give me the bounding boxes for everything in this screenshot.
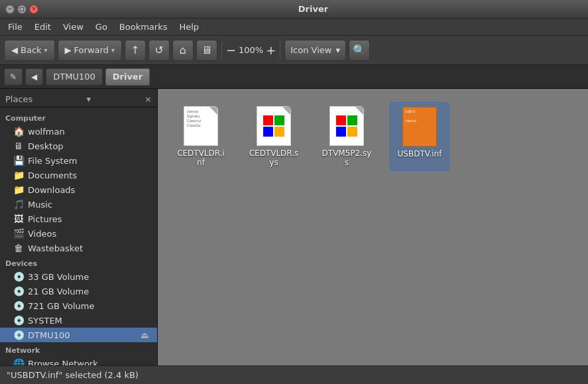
sidebar-item-music[interactable]: 🎵 Music: [0, 197, 157, 212]
cedtvldr-sys-icon: [254, 106, 294, 146]
sidebar-close-icon[interactable]: ×: [145, 94, 152, 104]
sidebar-toggle-icon[interactable]: ▾: [86, 94, 91, 104]
sidebar-item-documents-label: Documents: [28, 170, 77, 180]
file-dtvm5p2-sys[interactable]: DTVM5P2.sys: [317, 102, 377, 171]
home-button[interactable]: ⌂: [172, 40, 194, 61]
back-button[interactable]: ◀ Back ▾: [4, 40, 55, 61]
view-dropdown-icon: ▾: [335, 45, 340, 55]
sidebar-item-wastebasket[interactable]: 🗑 Wastebasket: [0, 241, 157, 255]
usbdtv-inf-icon: USB D[Versio: [400, 107, 440, 147]
desktop-icon: 🖥: [13, 141, 24, 151]
search-button[interactable]: 🔍: [349, 40, 370, 61]
sidebar-item-filesystem-label: File System: [28, 156, 77, 166]
path-bar: ✎ ◀ DTMU100 Driver: [0, 65, 588, 89]
sidebar-item-pictures-label: Pictures: [28, 214, 62, 224]
sidebar-item-wolfman[interactable]: 🏠 wolfman: [0, 124, 157, 139]
zoom-in-icon[interactable]: +: [266, 43, 276, 57]
sidebar-item-wastebasket-label: Wastebasket: [28, 243, 83, 253]
status-bar: "USBDTV.inf" selected (2.4 kB): [0, 365, 588, 384]
sidebar-item-videos-label: Videos: [28, 229, 56, 239]
forward-dropdown-icon[interactable]: ▾: [111, 46, 115, 54]
menu-bar: File Edit View Go Bookmarks Help: [0, 19, 588, 36]
view-selector[interactable]: Icon View ▾: [284, 40, 346, 61]
eject-button[interactable]: ⏏: [138, 330, 152, 340]
cedtvldr-sys-label: CEDTVLDR.sys: [248, 149, 300, 167]
menu-go[interactable]: Go: [90, 20, 113, 34]
menu-file[interactable]: File: [3, 20, 28, 34]
sidebar-item-system[interactable]: 💿 SYSTEM: [0, 313, 157, 328]
sidebar-item-documents[interactable]: 📁 Documents: [0, 168, 157, 182]
menu-help[interactable]: Help: [174, 20, 204, 34]
menu-bookmarks[interactable]: Bookmarks: [114, 20, 173, 34]
sidebar-item-desktop[interactable]: 🖥 Desktop: [0, 139, 157, 153]
sidebar-item-vol33[interactable]: 💿 33 GB Volume: [0, 269, 157, 284]
videos-icon: 🎬: [13, 228, 24, 239]
sidebar-item-wolfman-label: wolfman: [28, 127, 65, 137]
sidebar-item-vol721[interactable]: 💿 721 GB Volume: [0, 298, 157, 313]
sidebar-item-filesystem[interactable]: 💾 File System: [0, 153, 157, 168]
sidebar-item-browse-network-label: Browse Network: [28, 359, 98, 366]
back-dropdown-icon[interactable]: ▾: [44, 46, 48, 54]
window-title: Driver: [44, 4, 583, 14]
sidebar-item-vol721-label: 721 GB Volume: [28, 301, 94, 311]
sidebar-item-system-label: SYSTEM: [28, 316, 62, 326]
sidebar: Places ▾ × Computer 🏠 wolfman 🖥 Desktop …: [0, 89, 158, 365]
documents-icon: 📁: [13, 170, 24, 180]
refresh-button[interactable]: ↺: [148, 40, 170, 61]
menu-edit[interactable]: Edit: [29, 20, 56, 34]
dtmu100-icon: 💿: [13, 330, 24, 340]
forward-button[interactable]: ▶ Forward ▾: [58, 40, 122, 61]
window-controls: ─ □ ×: [5, 5, 38, 14]
back-arrow-left-icon: ◀: [11, 45, 18, 55]
file-cedtvldr-inf[interactable]: [VersioSignatuClass=UClassGu CEDTVLDR.in…: [171, 102, 231, 171]
dtvm5p2-sys-icon: [327, 106, 367, 146]
sidebar-item-dtmu100[interactable]: 💿 DTMU100 ⏏: [0, 328, 157, 342]
file-cedtvldr-sys[interactable]: CEDTVLDR.sys: [244, 102, 304, 171]
close-button[interactable]: ×: [29, 5, 38, 14]
sidebar-section-devices: Devices: [0, 255, 157, 269]
back-label: Back: [21, 45, 42, 55]
places-label: Places: [5, 94, 32, 104]
pictures-icon: 🖼: [13, 214, 24, 224]
minimize-button[interactable]: ─: [5, 5, 15, 14]
status-text: "USBDTV.inf" selected (2.4 kB): [7, 370, 139, 380]
path-prev-button[interactable]: ◀: [25, 68, 43, 86]
vol721-icon: 💿: [13, 300, 24, 311]
cedtvldr-inf-icon: [VersioSignatuClass=UClassGu: [181, 106, 221, 146]
sidebar-item-desktop-label: Desktop: [28, 141, 64, 151]
sidebar-item-vol21[interactable]: 💿 21 GB Volume: [0, 284, 157, 298]
forward-label: Forward: [74, 45, 109, 55]
sidebar-item-downloads-label: Downloads: [28, 185, 75, 195]
system-icon: 💿: [13, 315, 24, 326]
path-crumb-driver[interactable]: Driver: [105, 68, 150, 86]
sidebar-item-dtmu100-label: DTMU100: [28, 330, 70, 340]
file-area: [VersioSignatuClass=UClassGu CEDTVLDR.in…: [158, 89, 588, 365]
sidebar-item-music-label: Music: [28, 200, 52, 210]
downloads-icon: 📁: [13, 184, 24, 195]
music-icon: 🎵: [13, 199, 24, 210]
vol33-icon: 💿: [13, 271, 24, 282]
sidebar-item-videos[interactable]: 🎬 Videos: [0, 226, 157, 241]
home-icon: 🏠: [13, 126, 24, 137]
toolbar-separator: [221, 41, 222, 60]
zoom-level-label: 100%: [239, 45, 263, 55]
path-crumb-dtmu100[interactable]: DTMU100: [46, 68, 103, 86]
forward-arrow-right-icon: ▶: [65, 45, 72, 55]
sidebar-header: Places ▾ ×: [0, 92, 157, 107]
menu-view[interactable]: View: [58, 20, 89, 34]
filesystem-icon: 💾: [13, 155, 24, 166]
title-bar: ─ □ × Driver: [0, 0, 588, 19]
file-usbdtv-inf[interactable]: USB D[Versio USBDTV.inf: [390, 102, 449, 171]
maximize-button[interactable]: □: [17, 5, 27, 14]
sidebar-item-browse-network[interactable]: 🌐 Browse Network: [0, 356, 157, 365]
up-button[interactable]: ↑: [125, 40, 146, 61]
sidebar-item-vol21-label: 21 GB Volume: [28, 287, 89, 296]
computer-button[interactable]: 🖥: [196, 40, 217, 61]
sidebar-item-pictures[interactable]: 🖼 Pictures: [0, 212, 157, 226]
sidebar-item-vol33-label: 33 GB Volume: [28, 272, 89, 282]
toolbar-separator-2: [280, 41, 280, 60]
sidebar-item-downloads[interactable]: 📁 Downloads: [0, 182, 157, 197]
zoom-out-icon[interactable]: −: [226, 43, 236, 57]
sidebar-section-computer: Computer: [0, 110, 157, 124]
path-toggle-button[interactable]: ✎: [4, 68, 23, 86]
